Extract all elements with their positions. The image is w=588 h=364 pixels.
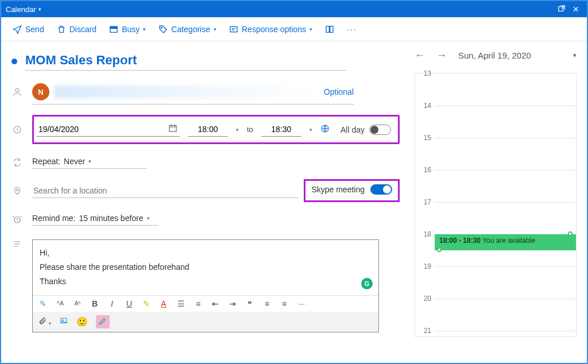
font-size-increase-icon[interactable]: ᴬA: [56, 300, 65, 307]
day-timeline[interactable]: 13141516171819202118:00 - 18:30 You are …: [415, 73, 577, 337]
underline-button[interactable]: U: [125, 299, 134, 308]
popout-icon[interactable]: [554, 5, 569, 14]
chevron-down-icon[interactable]: ▾: [236, 127, 239, 133]
start-time-input[interactable]: [188, 122, 228, 137]
chevron-down-icon: ▾: [147, 215, 150, 221]
end-time-input[interactable]: [261, 122, 301, 137]
hour-cell[interactable]: [435, 299, 576, 331]
person-icon: [12, 87, 22, 99]
start-date-input[interactable]: [36, 122, 180, 137]
insert-picture-button[interactable]: [59, 317, 68, 327]
grammarly-icon[interactable]: G: [361, 278, 373, 289]
font-size-decrease-icon[interactable]: Aᴬ: [73, 300, 82, 307]
hour-row[interactable]: 13: [415, 73, 576, 106]
chevron-down-icon: ▾: [310, 26, 312, 32]
hour-cell[interactable]: [435, 202, 576, 234]
send-button[interactable]: Send: [13, 25, 44, 34]
hour-cell[interactable]: [435, 266, 576, 299]
body-line[interactable]: Thanks: [40, 274, 372, 289]
close-icon[interactable]: ×: [569, 3, 582, 16]
hour-label: 16: [415, 166, 435, 198]
svg-rect-0: [559, 6, 563, 11]
chevron-down-icon[interactable]: ▾: [38, 6, 41, 12]
response-options-dropdown[interactable]: Response options ▾: [229, 25, 312, 34]
svg-point-3: [161, 27, 163, 28]
insert-signature-button[interactable]: [96, 315, 110, 328]
svg-point-11: [16, 189, 18, 191]
align-center-button[interactable]: ≡: [280, 299, 289, 308]
decrease-indent-button[interactable]: ⇤: [211, 299, 220, 308]
location-icon: [13, 186, 22, 195]
timezone-icon[interactable]: [320, 124, 330, 135]
datetime-highlighted: ▾ to ▾ All day: [32, 115, 400, 144]
prev-day-button[interactable]: ←: [415, 49, 425, 61]
hour-cell[interactable]: [435, 138, 576, 170]
body-line[interactable]: Please share the presentation beforehand: [40, 260, 372, 274]
attach-button[interactable]: ▾: [38, 317, 51, 327]
bullets-button[interactable]: ☰: [176, 299, 185, 308]
busy-dropdown[interactable]: Busy ▾: [109, 25, 146, 34]
categorise-dropdown[interactable]: Categorise ▾: [158, 25, 216, 34]
discard-button[interactable]: Discard: [57, 25, 96, 34]
timeline-event[interactable]: 18:00 - 18:30 You are available: [435, 234, 576, 250]
calendar-icon[interactable]: [168, 123, 177, 134]
insert-toolbar: ▾ 🙂: [33, 312, 378, 332]
svg-rect-4: [230, 26, 237, 32]
hour-row[interactable]: 16: [415, 170, 576, 202]
chevron-down-icon: ▾: [143, 26, 146, 32]
more-options-icon[interactable]: ···: [347, 25, 357, 34]
repeat-label: Repeat:: [32, 157, 60, 166]
attendee-name-redacted[interactable]: [54, 86, 319, 98]
hour-row[interactable]: 15: [415, 138, 576, 170]
to-label: to: [247, 125, 253, 134]
bold-button[interactable]: B: [90, 299, 99, 308]
hour-row[interactable]: 19: [415, 266, 576, 299]
chevron-down-icon[interactable]: ▾: [573, 52, 577, 59]
description-editor[interactable]: Hi, Please share the presentation before…: [32, 239, 379, 332]
more-format-icon[interactable]: ···: [297, 299, 306, 308]
allday-toggle[interactable]: [369, 125, 391, 135]
body-line[interactable]: Hi,: [40, 246, 372, 260]
svg-rect-5: [326, 26, 329, 32]
hour-label: 15: [415, 134, 435, 166]
insert-emoji-button[interactable]: 🙂: [76, 316, 88, 327]
repeat-dropdown[interactable]: Repeat: Never ▾: [32, 156, 147, 169]
quote-button[interactable]: ❝: [245, 299, 254, 308]
font-color-button[interactable]: A: [159, 299, 168, 308]
svg-rect-2: [110, 26, 117, 28]
preview-date-label: Sun, April 19, 2020: [458, 51, 531, 60]
event-time: 18:00 - 18:30: [439, 237, 481, 245]
hour-row[interactable]: 17: [415, 202, 576, 234]
increase-indent-button[interactable]: ⇥: [228, 299, 237, 308]
attendee-avatar[interactable]: N: [32, 83, 49, 100]
skype-toggle[interactable]: [370, 184, 392, 195]
send-label: Send: [25, 25, 44, 34]
hour-row[interactable]: 14: [415, 106, 576, 138]
app-title: Calendar: [6, 5, 36, 14]
chevron-down-icon[interactable]: ▾: [310, 127, 312, 133]
hour-row[interactable]: 21: [415, 331, 576, 363]
resize-handle-top[interactable]: [568, 231, 572, 236]
location-input[interactable]: [32, 184, 298, 198]
event-title-input[interactable]: MOM Sales Report: [25, 52, 347, 71]
hour-row[interactable]: 20: [415, 299, 576, 331]
reminder-dropdown[interactable]: Remind me: 15 minutes before ▾: [32, 212, 158, 226]
scheduling-assistant-icon[interactable]: [325, 25, 334, 34]
calendar-color-dot[interactable]: [11, 59, 17, 64]
highlight-button[interactable]: ✎: [142, 299, 151, 308]
hour-cell[interactable]: [435, 170, 576, 202]
discard-label: Discard: [69, 25, 96, 34]
numbering-button[interactable]: ≡: [194, 299, 203, 308]
next-day-button[interactable]: →: [436, 49, 447, 61]
italic-button[interactable]: I: [107, 299, 117, 308]
hour-cell[interactable]: [435, 73, 576, 106]
hour-cell[interactable]: [435, 106, 576, 138]
event-form: MOM Sales Report N Optional: [1, 41, 409, 363]
format-toolbar: ✎ ᴬA Aᴬ B I U ✎ A ☰ ≡ ⇤ ⇥ ❝ ≡ ≡ ···: [33, 295, 378, 312]
optional-attendees-link[interactable]: Optional: [324, 87, 354, 96]
hour-cell[interactable]: [435, 331, 576, 363]
format-painter-icon[interactable]: ✎: [38, 299, 48, 308]
align-left-button[interactable]: ≡: [262, 299, 272, 308]
svg-rect-9: [169, 125, 176, 131]
resize-handle-bottom[interactable]: [437, 247, 442, 252]
